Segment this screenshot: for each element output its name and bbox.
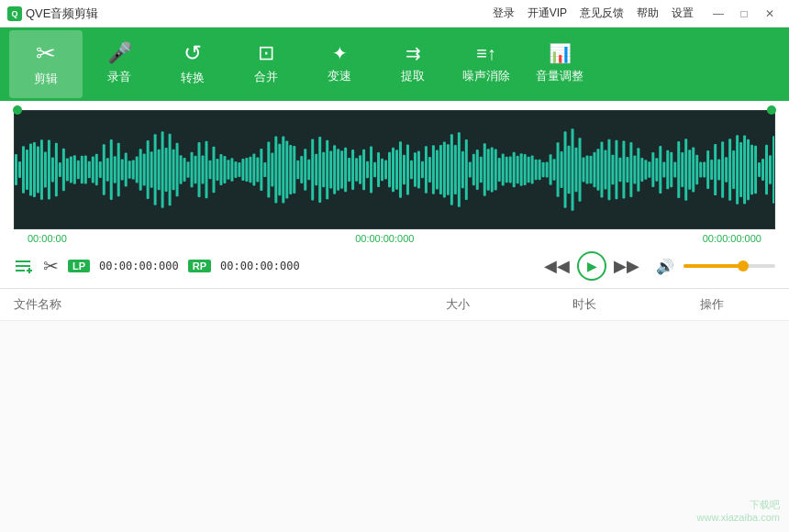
timeline-center: 00:00:00:000 <box>355 233 414 244</box>
svg-rect-144 <box>531 156 534 184</box>
toolbar-volume[interactable]: 📊 音量调整 <box>523 30 596 98</box>
svg-rect-208 <box>765 145 768 195</box>
svg-rect-135 <box>498 158 501 182</box>
maximize-button[interactable]: □ <box>732 5 756 23</box>
mic-icon: 🎤 <box>107 43 132 63</box>
svg-rect-24 <box>92 156 94 183</box>
app-title: QVE音频剪辑 <box>26 6 98 22</box>
svg-rect-209 <box>769 155 772 183</box>
svg-rect-202 <box>743 136 746 205</box>
svg-rect-89 <box>329 151 332 189</box>
svg-rect-85 <box>315 154 317 185</box>
svg-rect-157 <box>579 138 582 201</box>
svg-rect-88 <box>326 140 328 200</box>
volume-fill <box>683 264 743 268</box>
svg-rect-64 <box>238 162 240 177</box>
toolbar-extract[interactable]: ⇉ 提取 <box>376 30 450 98</box>
svg-rect-160 <box>589 156 592 184</box>
toolbar-record-label: 录音 <box>107 69 131 85</box>
svg-rect-17 <box>66 159 69 182</box>
svg-rect-142 <box>524 154 527 185</box>
svg-rect-51 <box>191 152 194 188</box>
svg-rect-105 <box>388 152 391 187</box>
handle-right[interactable] <box>767 105 776 115</box>
svg-rect-124 <box>458 132 461 207</box>
svg-rect-90 <box>333 145 336 194</box>
svg-rect-154 <box>568 146 571 194</box>
cut-button[interactable]: ✂ <box>43 255 59 277</box>
svg-rect-123 <box>454 145 457 194</box>
svg-rect-42 <box>158 150 161 190</box>
play-button[interactable]: ▶ <box>577 251 606 281</box>
waveform-wrapper: // Generate waveform bars via inline con… <box>14 110 775 229</box>
svg-rect-23 <box>88 161 91 179</box>
svg-rect-190 <box>699 161 702 177</box>
nav-help[interactable]: 帮助 <box>637 6 659 21</box>
toolbar-denoise[interactable]: ≡↑ 噪声消除 <box>450 30 523 98</box>
svg-rect-65 <box>241 159 244 181</box>
svg-rect-29 <box>110 139 113 200</box>
svg-rect-46 <box>172 150 175 191</box>
svg-rect-28 <box>106 158 109 181</box>
svg-rect-200 <box>736 135 739 204</box>
svg-rect-104 <box>384 160 387 179</box>
col-action-header: 操作 <box>649 296 775 313</box>
minimize-button[interactable]: — <box>706 5 730 23</box>
svg-rect-180 <box>662 161 665 177</box>
waveform-container: // Generate waveform bars via inline con… <box>0 101 789 244</box>
svg-rect-136 <box>502 153 505 185</box>
volume-icon[interactable]: 🔊 <box>656 258 674 275</box>
svg-rect-183 <box>673 162 676 178</box>
svg-rect-37 <box>139 149 142 190</box>
toolbar-edit[interactable]: ✂ 剪辑 <box>9 30 83 98</box>
file-list-header: 文件名称 大小 时长 操作 <box>0 289 789 321</box>
svg-rect-30 <box>114 156 117 183</box>
svg-rect-4 <box>18 161 21 178</box>
svg-rect-86 <box>318 137 321 203</box>
svg-rect-145 <box>535 160 538 180</box>
svg-rect-81 <box>300 156 303 183</box>
toolbar-speed[interactable]: ✦ 变速 <box>303 30 376 98</box>
lp-badge: LP <box>68 260 90 272</box>
controls-bar: ✂ LP 00:00:00:000 RP 00:00:00:000 ◀◀ ▶ ▶… <box>0 244 789 289</box>
svg-rect-153 <box>564 131 567 208</box>
nav-feedback[interactable]: 意见反馈 <box>580 6 624 21</box>
svg-rect-197 <box>725 157 728 183</box>
rewind-button[interactable]: ◀◀ <box>544 256 570 276</box>
fast-forward-button[interactable]: ▶▶ <box>614 256 639 276</box>
waveform-bars <box>15 111 774 228</box>
app-logo: Q QVE音频剪辑 <box>7 6 98 22</box>
edit-icon: ✂ <box>36 41 56 65</box>
svg-rect-56 <box>208 161 211 179</box>
toolbar-convert[interactable]: ↺ 转换 <box>156 30 229 98</box>
svg-rect-117 <box>432 145 435 194</box>
svg-rect-172 <box>633 156 636 184</box>
handle-left[interactable] <box>13 105 22 115</box>
add-file-button[interactable] <box>14 258 34 274</box>
close-button[interactable]: ✕ <box>758 5 782 23</box>
svg-rect-132 <box>487 149 490 191</box>
svg-rect-97 <box>359 155 361 183</box>
svg-rect-150 <box>553 159 556 181</box>
svg-rect-184 <box>677 141 680 198</box>
waveform-box[interactable]: // Generate waveform bars via inline con… <box>14 110 775 229</box>
svg-rect-210 <box>772 136 774 204</box>
svg-rect-159 <box>585 156 588 184</box>
svg-rect-54 <box>202 155 205 183</box>
toolbar-merge[interactable]: ⊡ 合并 <box>229 30 303 98</box>
volume-slider[interactable] <box>683 264 775 268</box>
lp-time: 00:00:00:000 <box>99 260 179 272</box>
svg-rect-130 <box>480 157 483 183</box>
svg-rect-35 <box>132 160 135 179</box>
svg-rect-40 <box>150 151 153 187</box>
nav-login[interactable]: 登录 <box>493 6 515 21</box>
svg-rect-9 <box>37 146 39 193</box>
svg-rect-44 <box>165 148 168 192</box>
toolbar-record[interactable]: 🎤 录音 <box>83 30 156 98</box>
main-content: // Generate waveform bars via inline con… <box>0 101 789 532</box>
svg-rect-177 <box>651 152 654 187</box>
svg-rect-194 <box>714 144 717 195</box>
volume-thumb[interactable] <box>738 260 749 272</box>
nav-vip[interactable]: 开通VIP <box>528 6 567 21</box>
nav-settings[interactable]: 设置 <box>672 6 694 21</box>
